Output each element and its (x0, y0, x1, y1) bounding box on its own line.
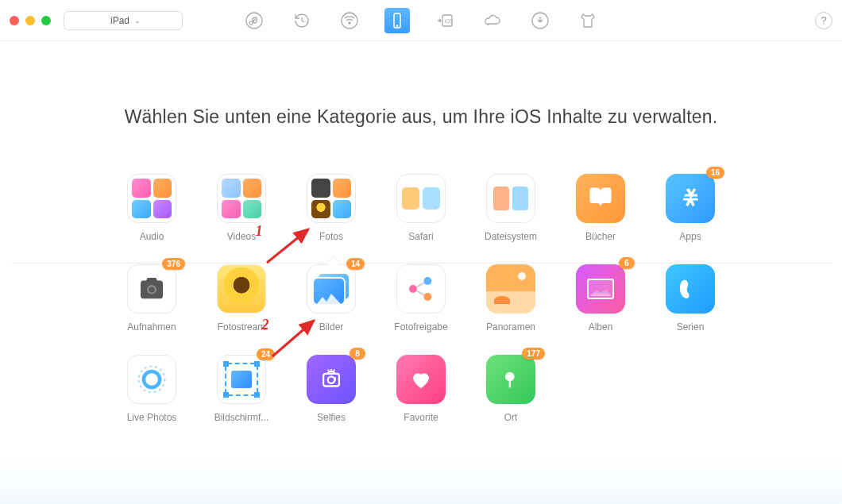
nav-tabs: iOS (241, 8, 601, 33)
videos-icon (217, 174, 266, 223)
category-label: Dateisystem (485, 231, 537, 242)
category-label: Fotostream (218, 321, 266, 333)
device-label: iPad (110, 15, 129, 26)
nav-music[interactable] (241, 8, 267, 33)
category-apps[interactable]: 16 Apps (646, 174, 736, 242)
nav-history[interactable] (289, 8, 315, 33)
album-icon: 6 (576, 264, 625, 314)
svg-point-11 (423, 277, 431, 285)
svg-point-10 (409, 285, 417, 293)
category-safari[interactable]: Safari (377, 174, 466, 242)
category-label: Bildschirmf... (214, 412, 269, 423)
subcategory-ort[interactable]: 177 Ort (466, 355, 556, 423)
badge: 16 (706, 167, 724, 179)
subcategory-alben[interactable]: 6 Alben (556, 264, 646, 333)
category-label: Videos (227, 231, 256, 242)
panorama-icon (486, 264, 535, 314)
safari-icon (396, 174, 446, 223)
nav-download[interactable] (527, 8, 553, 33)
badge: 177 (522, 348, 545, 360)
location-icon: 177 (486, 355, 535, 404)
favorite-icon (396, 355, 446, 404)
svg-point-2 (349, 22, 350, 24)
minimize-window-icon[interactable] (25, 16, 35, 25)
sunflower-icon (217, 264, 266, 314)
subcategory-livephotos[interactable]: Live Photos (107, 355, 197, 423)
annotation-arrow-1 (262, 223, 318, 267)
divider (12, 263, 831, 264)
zoom-window-icon[interactable] (41, 16, 51, 25)
category-label: Bücher (585, 231, 616, 242)
subcategory-fotofreigabe[interactable]: Fotofreigabe (377, 264, 466, 333)
svg-rect-15 (323, 374, 339, 387)
camera-icon: 376 (127, 264, 176, 314)
svg-line-19 (267, 229, 308, 263)
category-label: Favorite (404, 412, 438, 423)
filesystem-icon (486, 174, 535, 223)
category-label: Panoramen (486, 321, 535, 333)
device-selector[interactable]: iPad ⌄ (64, 11, 183, 30)
category-label: Fotofreigabe (394, 321, 447, 333)
badge: 376 (162, 258, 185, 270)
subcategory-panoramen[interactable]: Panoramen (466, 264, 556, 333)
category-buecher[interactable]: Bücher (556, 174, 646, 242)
category-dateisystem[interactable]: Dateisystem (466, 174, 556, 242)
chevron-down-icon: ⌄ (134, 17, 141, 25)
subcategory-serien[interactable]: Serien (646, 264, 736, 333)
screenshot-icon: 24 (217, 355, 266, 404)
category-label: Serien (677, 321, 705, 333)
share-icon (396, 264, 446, 314)
nav-skins[interactable] (575, 8, 601, 33)
category-label: Selfies (317, 412, 346, 423)
livephotos-icon (127, 355, 176, 404)
series-icon (666, 264, 715, 314)
titlebar: iPad ⌄ iOS ? (0, 0, 842, 41)
nav-wifi[interactable] (337, 8, 362, 33)
category-label: Alben (589, 321, 613, 333)
main-content: Wählen Sie unten eine Kategorie aus, um … (0, 41, 842, 423)
category-label: Apps (679, 231, 701, 242)
svg-point-4 (396, 25, 398, 26)
footer-decoration (0, 456, 842, 504)
svg-point-13 (144, 371, 160, 387)
subcategory-selfies[interactable]: 8 Selfies (287, 355, 377, 423)
category-label: Live Photos (127, 412, 177, 423)
annotation-number-2: 2 (262, 317, 269, 333)
traffic-lights (10, 16, 51, 25)
annotation-arrow-2 (268, 313, 323, 360)
nav-cloud[interactable] (480, 8, 505, 33)
subcategory-favorite[interactable]: Favorite (377, 355, 466, 423)
category-label: Safari (408, 231, 433, 242)
svg-point-9 (149, 287, 155, 292)
badge: 8 (350, 348, 365, 360)
badge: 14 (346, 258, 365, 270)
help-button[interactable]: ? (815, 12, 832, 29)
badge: 6 (619, 257, 635, 269)
category-label: Aufnahmen (127, 321, 176, 333)
category-label: Fotos (319, 231, 343, 242)
selfies-icon: 8 (307, 355, 356, 404)
category-label: Ort (504, 412, 518, 423)
svg-rect-18 (509, 379, 511, 388)
category-label: Audio (140, 231, 164, 242)
subcategory-aufnahmen[interactable]: 376 Aufnahmen (107, 264, 197, 333)
help-label: ? (821, 14, 826, 26)
fotos-icon (307, 174, 356, 223)
svg-point-1 (342, 13, 357, 29)
pictures-icon: 14 (307, 264, 356, 314)
category-grid: Audio Videos Fotos (107, 174, 736, 423)
category-audio[interactable]: Audio (107, 174, 197, 242)
svg-text:iOS: iOS (445, 17, 454, 23)
nav-to-ios[interactable]: iOS (432, 8, 458, 33)
books-icon (576, 174, 625, 223)
nav-device[interactable] (384, 8, 410, 33)
svg-point-12 (423, 293, 431, 301)
apps-icon: 16 (666, 174, 715, 223)
close-window-icon[interactable] (10, 16, 19, 25)
annotation-number-1: 1 (256, 223, 263, 240)
subcategory-bildschirmfotos[interactable]: 24 Bildschirmf... (197, 355, 287, 423)
audio-icon (127, 174, 176, 223)
page-headline: Wählen Sie unten eine Kategorie aus, um … (0, 106, 842, 128)
svg-line-20 (272, 321, 314, 356)
